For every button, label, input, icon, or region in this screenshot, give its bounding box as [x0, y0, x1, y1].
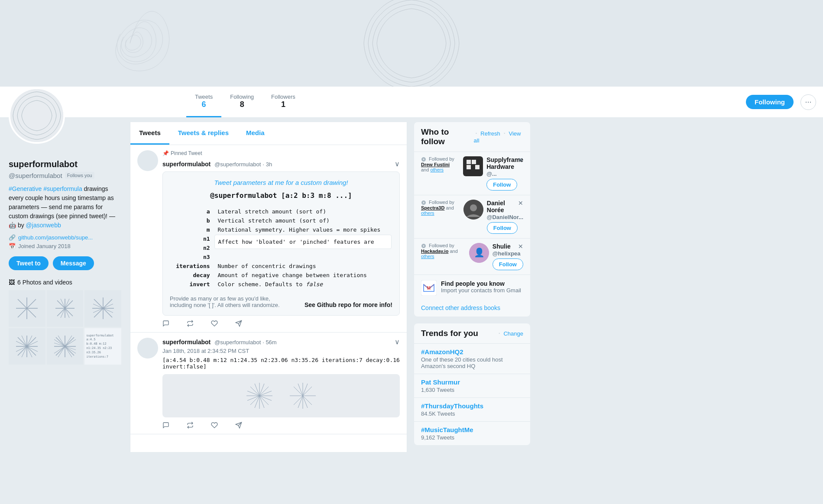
- close-wtf-1[interactable]: ✕: [518, 156, 523, 163]
- wtf-item-shulie: Followed by Hackaday.io and others 👤 Shu…: [414, 238, 530, 275]
- who-to-follow-widget: Who to follow · Refresh · View all Follo…: [414, 122, 530, 317]
- trend-item-amazonhq2[interactable]: #AmazonHQ2 One of these 20 cities could …: [414, 343, 530, 374]
- close-wtf-3[interactable]: ✕: [518, 243, 523, 250]
- retweet-action[interactable]: [187, 320, 194, 327]
- pin-icon: 📌: [162, 150, 169, 156]
- trend-item-thursdaythoughts[interactable]: #ThursdayThoughts 84.5K Tweets: [414, 397, 530, 421]
- tweet-author-pinned: superformulabot: [162, 161, 211, 168]
- wtf-followed-by-3: Followed by Hackaday.io and others: [421, 243, 465, 259]
- following-button[interactable]: Following: [746, 95, 794, 109]
- param-key-n1: n1: [171, 235, 214, 243]
- tweet-handle-pinned: @superformulabot: [214, 161, 261, 168]
- param-val-b: Vertical stretch amount (sort of): [214, 216, 392, 225]
- connect-books-link[interactable]: Connect other address books: [414, 301, 530, 317]
- photos-grid: superformulabot a:4.5b:0.48 m:12n1:24.35…: [9, 290, 121, 365]
- svg-point-0: [10, 89, 63, 142]
- refresh-link[interactable]: Refresh: [480, 130, 500, 137]
- tweet-header-2: superformulabot @superformulabot · 56m ∨: [162, 338, 400, 346]
- more-options-button[interactable]: ···: [800, 94, 816, 110]
- right-sidebar: Who to follow · Refresh · View all Follo…: [407, 122, 537, 452]
- tab-tweets-replies[interactable]: Tweets & replies: [169, 122, 237, 145]
- tweet-timestamp-2: 56m: [266, 339, 276, 346]
- follow-button-supplyframe[interactable]: Follow: [486, 179, 517, 191]
- change-trends-link[interactable]: Change: [503, 330, 523, 337]
- dm-action-2[interactable]: [235, 422, 242, 429]
- stat-tweets[interactable]: Tweets 6: [186, 87, 221, 117]
- trend-desc-patshurmur: 1,630 Tweets: [421, 387, 523, 393]
- photo-thumb-6[interactable]: superformulabot a:4.5b:0.48 m:12n1:24.35…: [84, 328, 121, 365]
- trend-name-patshurmur: Pat Shurmur: [421, 378, 523, 386]
- table-row: b Vertical stretch amount (sort of): [171, 216, 392, 225]
- tweet-author-2: superformulabot: [162, 339, 211, 346]
- bio-hashtag-superformula[interactable]: #superformula: [43, 185, 82, 192]
- page-wrapper: Tweets 6 Following 8 Followers 1 Followi…: [0, 0, 823, 452]
- tab-tweets[interactable]: Tweets: [130, 122, 169, 145]
- photo-thumb-5[interactable]: [47, 328, 84, 365]
- trend-name-musictaughtme: #MusicTaughtMe: [421, 426, 523, 433]
- bio-hashtag-generative[interactable]: #Generative: [9, 185, 42, 192]
- reply-action-2[interactable]: [162, 422, 169, 429]
- wtf-follower-3[interactable]: Hackaday.io: [421, 249, 448, 254]
- photo-thumb-4[interactable]: [9, 328, 45, 365]
- svg-rect-56: [475, 165, 480, 169]
- trend-item-patshurmur[interactable]: Pat Shurmur 1,630 Tweets: [414, 374, 530, 397]
- follow-button-shulie[interactable]: Follow: [493, 258, 523, 270]
- like-action-2[interactable]: [211, 422, 218, 429]
- table-row: iterations Number of concentric drawings: [171, 262, 392, 270]
- photos-section: 🖼 6 Photos and videos: [9, 279, 121, 365]
- center-feed: Tweets Tweets & replies Media 📌 Pinned T…: [130, 122, 407, 452]
- photo-thumb-1[interactable]: [9, 290, 45, 327]
- photos-label: 🖼 6 Photos and videos: [9, 279, 121, 286]
- tweet-more-2[interactable]: ∨: [395, 338, 400, 346]
- main-content: superformulabot @superformulabot Follows…: [0, 118, 823, 452]
- svg-text:👤: 👤: [473, 247, 484, 258]
- tweet-avatar-2: [137, 338, 158, 359]
- tab-media[interactable]: Media: [237, 122, 273, 145]
- trends-widget: Trends for you · Change #AmazonHQ2 One o…: [414, 323, 530, 445]
- photo-thumb-2[interactable]: [47, 290, 84, 327]
- trend-name-thursdaythoughts: #ThursdayThoughts: [421, 402, 523, 410]
- left-sidebar: superformulabot @superformulabot Follows…: [0, 122, 130, 452]
- stat-following[interactable]: Following 8: [221, 87, 262, 117]
- tweet-to-button[interactable]: Tweet to: [9, 256, 49, 270]
- retweet-action-2[interactable]: [187, 422, 194, 429]
- profile-handle: @superformulabot: [9, 172, 62, 179]
- trends-title: Trends for you: [421, 329, 478, 338]
- dm-action[interactable]: [235, 320, 242, 327]
- tweet-more-pinned[interactable]: ∨: [395, 160, 400, 168]
- tweet-item-2: superformulabot @superformulabot · 56m ∨…: [130, 333, 407, 434]
- wtf-others-2[interactable]: others: [421, 210, 434, 216]
- wtf-item-content-2: Daniel Norée @DanielNor... Follow ✕: [463, 200, 523, 234]
- wtf-item-daniel: Followed by Spectra3D and others Daniel …: [414, 195, 530, 238]
- svg-text:M: M: [427, 286, 431, 291]
- follow-button-daniel[interactable]: Follow: [487, 222, 518, 234]
- svg-rect-52: [463, 156, 483, 176]
- wtf-others-1[interactable]: others: [430, 167, 444, 172]
- bio-mention-jasonwebb[interactable]: @jasonwebb: [26, 222, 61, 229]
- find-people-section: M Find people you know Import your conta…: [414, 275, 530, 301]
- param-key-b: b: [171, 216, 214, 225]
- like-action[interactable]: [211, 320, 218, 327]
- photo-thumb-3[interactable]: [84, 290, 121, 327]
- wtf-avatar-shulie: 👤: [469, 243, 489, 263]
- stat-followers[interactable]: Followers 1: [262, 87, 304, 117]
- reply-action[interactable]: [162, 320, 169, 327]
- tweet-body-pinned: 📌 Pinned Tweet superformulabot @superfor…: [162, 150, 400, 327]
- trend-item-musictaughtme[interactable]: #MusicTaughtMe 9,162 Tweets: [414, 421, 530, 445]
- wtf-others-3[interactable]: others: [421, 254, 434, 259]
- stat-tweets-label: Tweets: [195, 94, 213, 100]
- param-val-m: Rotational symmetry. Higher values = mor…: [214, 226, 392, 234]
- profile-website[interactable]: github.com/jasonwebb/supe...: [18, 234, 93, 241]
- wtf-follower-1[interactable]: Drew Fustini: [421, 162, 450, 167]
- who-to-follow-title: Who to follow: [421, 127, 470, 146]
- trend-desc-thursdaythoughts: 84.5K Tweets: [421, 410, 523, 417]
- wtf-handle-shulie: @helixpea: [493, 250, 521, 257]
- svg-rect-54: [472, 160, 476, 164]
- param-val-decay: Amount of negative change between iterat…: [214, 271, 392, 279]
- wtf-handle-daniel: @DanielNor...: [487, 214, 523, 220]
- photos-icon: 🖼: [9, 279, 15, 286]
- close-wtf-2[interactable]: ✕: [518, 200, 523, 207]
- stat-followers-label: Followers: [271, 94, 295, 100]
- wtf-follower-2[interactable]: Spectra3D: [421, 205, 444, 210]
- message-button[interactable]: Message: [53, 256, 94, 270]
